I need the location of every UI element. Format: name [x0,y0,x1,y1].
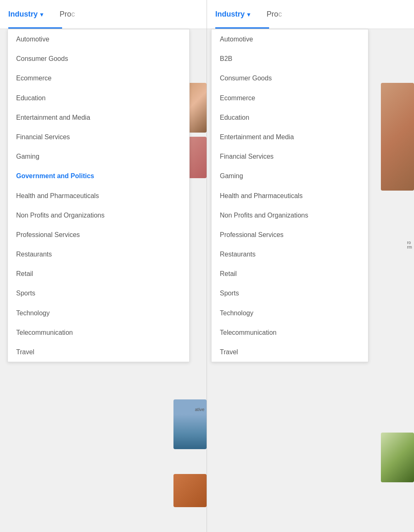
left-dropdown-item-2[interactable]: Ecommerce [8,68,189,88]
right-dropdown-item-13[interactable]: Sports [212,283,368,303]
right-bg-image-1 [381,83,414,191]
left-bg-image-4 [173,474,207,507]
right-bg-image-4 [381,433,414,482]
right-dropdown-item-3[interactable]: Ecommerce [212,88,368,108]
right-dropdown-item-12[interactable]: Retail [212,264,368,283]
right-industry-button[interactable]: Industry ▾ [215,10,250,19]
right-dropdown-item-6[interactable]: Financial Services [212,147,368,166]
left-industry-button[interactable]: Industry ▾ [8,10,43,19]
left-dropdown-item-5[interactable]: Financial Services [8,127,189,147]
right-bg-text-1: rorm [407,240,412,249]
left-dropdown-item-4[interactable]: Entertainment and Media [8,108,189,127]
left-pro-label: Proc [60,10,75,19]
left-bg-text: ative [195,407,205,412]
left-dropdown-item-14[interactable]: Technology [8,303,189,323]
right-dropdown-item-2[interactable]: Consumer Goods [212,68,368,88]
left-dropdown-item-10[interactable]: Professional Services [8,225,189,244]
left-dropdown-item-9[interactable]: Non Profits and Organizations [8,206,189,225]
left-dropdown-item-15[interactable]: Telecommunication [8,323,189,342]
left-dropdown-item-0[interactable]: Automotive [8,29,189,49]
right-dropdown: AutomotiveB2BConsumer GoodsEcommerceEduc… [211,29,368,362]
left-dropdown-item-12[interactable]: Retail [8,264,189,283]
left-dropdown: AutomotiveConsumer GoodsEcommerceEducati… [7,29,190,362]
left-dropdown-item-16[interactable]: Travel [8,342,189,362]
right-dropdown-item-16[interactable]: Travel [212,342,368,362]
right-dropdown-item-4[interactable]: Education [212,108,368,127]
left-dropdown-item-13[interactable]: Sports [8,283,189,303]
right-chevron-icon: ▾ [247,11,250,18]
left-header: Industry ▾ Proc [0,0,207,29]
right-dropdown-item-1[interactable]: B2B [212,49,368,68]
right-dropdown-item-7[interactable]: Gaming [212,166,368,186]
right-panel: rorm Industry ▾ Proc AutomotiveB2BConsum… [207,0,414,532]
right-dropdown-item-10[interactable]: Professional Services [212,225,368,244]
left-chevron-icon: ▾ [40,11,43,18]
right-dropdown-item-0[interactable]: Automotive [212,29,368,49]
left-dropdown-item-11[interactable]: Restaurants [8,244,189,264]
left-panel: ative Industry ▾ Proc AutomotiveConsumer… [0,0,207,532]
left-dropdown-item-1[interactable]: Consumer Goods [8,49,189,68]
right-industry-label: Industry [215,10,245,19]
left-dropdown-item-6[interactable]: Gaming [8,147,189,166]
left-industry-label: Industry [8,10,38,19]
left-dropdown-item-8[interactable]: Health and Pharmaceuticals [8,186,189,206]
right-dropdown-item-11[interactable]: Restaurants [212,244,368,264]
right-dropdown-item-5[interactable]: Entertainment and Media [212,127,368,147]
right-dropdown-item-8[interactable]: Health and Pharmaceuticals [212,186,368,206]
right-dropdown-item-9[interactable]: Non Profits and Organizations [212,206,368,225]
left-dropdown-item-7[interactable]: Government and Politics [8,166,189,186]
right-dropdown-item-14[interactable]: Technology [212,303,368,323]
left-dropdown-item-3[interactable]: Education [8,88,189,108]
right-dropdown-item-15[interactable]: Telecommunication [212,323,368,342]
right-header: Industry ▾ Proc [207,0,414,29]
right-pro-label: Proc [267,10,282,19]
